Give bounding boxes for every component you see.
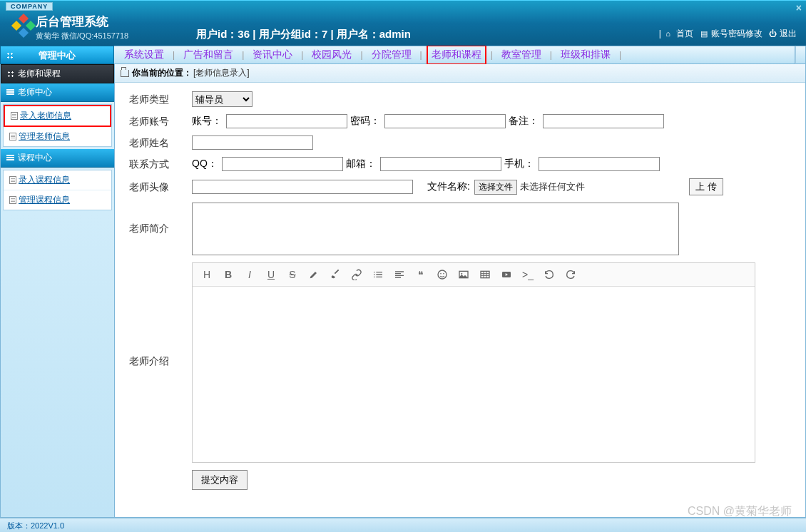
sidebar-link[interactable]: 录入课程信息 xyxy=(19,175,70,185)
logo-icon xyxy=(13,15,34,36)
editor-body[interactable] xyxy=(193,287,755,462)
undo-icon[interactable] xyxy=(539,266,559,283)
sidebar-item-1-1[interactable]: 管理课程信息 xyxy=(4,190,111,210)
heading-icon[interactable]: H xyxy=(197,266,217,283)
select-teacher-type[interactable]: 辅导员 xyxy=(192,91,252,107)
main-area: 老师和课程 老师中心录入老师信息管理老师信息课程中心录入课程信息管理课程信息 你… xyxy=(0,64,806,518)
hnav-item-6[interactable]: 教室管理 xyxy=(497,48,546,61)
list-icon xyxy=(6,89,14,96)
user-info: 用户id：36 | 用户分组id：7 | 用户名：admin xyxy=(196,28,411,41)
underline-icon[interactable]: U xyxy=(261,266,281,283)
strike-icon[interactable]: S xyxy=(282,266,302,283)
logout-link[interactable]: ⏻退出 xyxy=(769,29,797,39)
quote-icon[interactable]: ❝ xyxy=(411,266,431,283)
sidebar-top-header: 老师和课程 xyxy=(1,64,114,83)
emoji-icon[interactable] xyxy=(432,266,452,283)
brush-icon[interactable] xyxy=(325,266,345,283)
password-change-link[interactable]: ▤账号密码修改 xyxy=(700,29,762,39)
nav-separator: | xyxy=(615,50,626,60)
label-password-field: 密码： xyxy=(350,115,380,128)
hnav-item-4[interactable]: 分院管理 xyxy=(367,48,416,61)
row-contact: 联系方式 QQ： 邮箱： 手机： xyxy=(129,157,791,171)
input-phone[interactable] xyxy=(539,157,660,171)
svg-point-4 xyxy=(461,273,462,275)
redo-icon[interactable] xyxy=(561,266,581,283)
system-title-block: 后台管理系统 黄菊华 微信/QQ:45157718 xyxy=(36,14,128,41)
label-contact: 联系方式 xyxy=(129,157,192,171)
label-filename: 文件名称: xyxy=(427,180,470,193)
sidebar-group-items-0: 录入老师信息管理老师信息 xyxy=(3,104,112,147)
sidebar-link[interactable]: 录入老师信息 xyxy=(20,111,71,121)
editor-toolbar: HBIUS❝>_ xyxy=(193,263,755,287)
close-x-icon[interactable]: × xyxy=(796,2,802,14)
sidebar-group-header-0[interactable]: 老师中心 xyxy=(1,83,114,102)
doc-icon xyxy=(9,176,16,184)
home-link[interactable]: ⌂首页 xyxy=(665,29,693,39)
hnav-item-5[interactable]: 老师和课程 xyxy=(427,45,486,65)
horizontal-nav-wrap: 管理中心 系统设置|广告和留言|资讯中心|校园风光|分院管理|老师和课程|教室管… xyxy=(0,46,806,64)
input-password[interactable] xyxy=(384,114,506,128)
hnav-item-7[interactable]: 班级和排课 xyxy=(556,48,615,61)
row-intro: 老师介绍 HBIUS❝>_ xyxy=(129,262,791,463)
list-icon: ▤ xyxy=(700,29,710,39)
folder-icon xyxy=(121,70,129,77)
input-name[interactable] xyxy=(192,135,313,150)
hnav-item-1[interactable]: 广告和留言 xyxy=(179,48,238,61)
footer: 版本：2022V1.0 xyxy=(0,518,806,532)
row-avatar: 老师头像 文件名称: 选择文件 未选择任何文件 上 传 xyxy=(129,178,791,195)
highlighter-icon[interactable] xyxy=(304,266,324,283)
sidebar-item-1-0[interactable]: 录入课程信息 xyxy=(4,170,111,190)
file-status: 未选择任何文件 xyxy=(520,180,585,193)
sidebar-link[interactable]: 管理课程信息 xyxy=(19,195,70,205)
upload-button[interactable]: 上 传 xyxy=(689,178,723,195)
form-area: 老师类型 辅导员 老师账号 账号： 密码： 备注： xyxy=(115,83,805,517)
code-icon[interactable]: >_ xyxy=(518,266,538,283)
submit-button[interactable]: 提交内容 xyxy=(192,470,248,490)
svg-point-2 xyxy=(443,273,444,275)
image-icon[interactable] xyxy=(454,266,474,283)
sidebar-group-header-1[interactable]: 课程中心 xyxy=(1,149,114,168)
label-teacher-type: 老师类型 xyxy=(129,92,192,106)
label-avatar: 老师头像 xyxy=(129,180,192,194)
input-qq[interactable] xyxy=(222,157,343,171)
svg-point-1 xyxy=(440,273,442,275)
input-account[interactable] xyxy=(226,114,347,128)
nav-separator: | xyxy=(168,50,179,60)
nav-separator: | xyxy=(546,50,556,60)
top-banner: COMPANY × 后台管理系统 黄菊华 微信/QQ:45157718 用户id… xyxy=(0,0,806,46)
label-phone-field: 手机： xyxy=(504,158,534,170)
sidebar-link[interactable]: 管理老师信息 xyxy=(19,131,70,141)
bold-icon[interactable]: B xyxy=(218,266,238,283)
hnav-item-0[interactable]: 系统设置 xyxy=(120,48,168,61)
sidebar-item-0-1[interactable]: 管理老师信息 xyxy=(4,127,111,146)
nav-separator: | xyxy=(486,50,497,60)
mgmt-center-caption: 管理中心 xyxy=(0,46,114,64)
table-icon[interactable] xyxy=(475,266,495,283)
input-avatar-path[interactable] xyxy=(192,180,413,194)
nav-separator: | xyxy=(297,50,307,60)
input-remark[interactable] xyxy=(543,114,664,128)
align-icon[interactable] xyxy=(389,266,409,283)
choose-file-button[interactable]: 选择文件 xyxy=(474,180,517,195)
italic-icon[interactable]: I xyxy=(240,266,260,283)
hnav-item-3[interactable]: 校园风光 xyxy=(307,48,356,61)
label-brief: 老师简介 xyxy=(129,203,192,235)
svg-point-0 xyxy=(438,270,447,279)
nav-scroll-right[interactable] xyxy=(795,46,806,64)
video-icon[interactable] xyxy=(496,266,516,283)
label-qq-field: QQ： xyxy=(192,158,218,170)
row-submit: 提交内容 xyxy=(129,470,791,490)
top-links: | ⌂首页 ▤账号密码修改 ⏻退出 xyxy=(659,28,799,40)
hnav-item-2[interactable]: 资讯中心 xyxy=(248,48,297,61)
label-intro: 老师介绍 xyxy=(129,262,192,368)
link-icon[interactable] xyxy=(347,266,367,283)
rich-editor: HBIUS❝>_ xyxy=(192,262,755,463)
textarea-brief[interactable] xyxy=(192,203,679,255)
sidebar-item-0-0[interactable]: 录入老师信息 xyxy=(4,105,111,127)
list-icon[interactable] xyxy=(368,266,388,283)
label-account-field: 账号： xyxy=(192,115,222,128)
label-remark-field: 备注： xyxy=(509,115,539,128)
input-email[interactable] xyxy=(380,157,501,171)
breadcrumb: 你当前的位置： [老师信息录入] xyxy=(115,64,805,83)
row-name: 老师姓名 xyxy=(129,135,791,150)
